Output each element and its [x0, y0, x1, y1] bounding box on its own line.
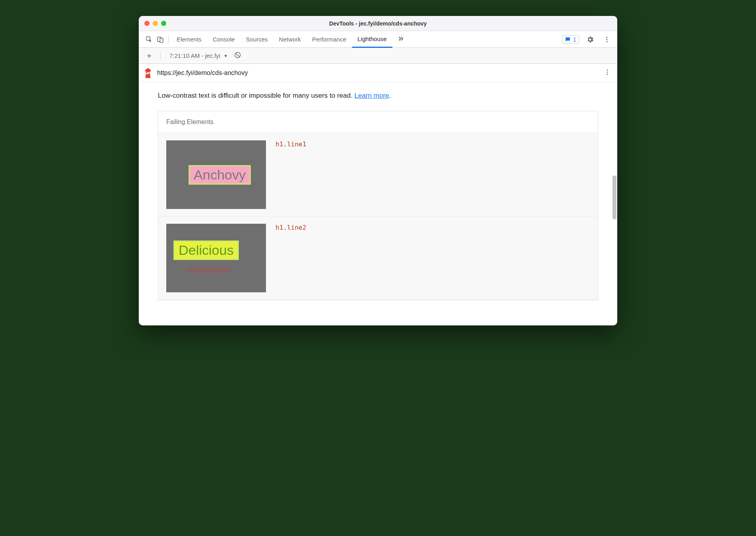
lighthouse-subbar: ＋ 7:21:10 AM - jec.fyi ▼: [139, 48, 617, 64]
devtools-window: DevTools - jec.fyi/demo/cds-anchovy Elem…: [139, 16, 617, 325]
lighthouse-icon: [144, 68, 152, 78]
tab-lighthouse[interactable]: Lighthouse: [352, 31, 392, 48]
chat-icon: [565, 36, 571, 43]
issues-count: 1: [573, 36, 576, 43]
audited-url: https://jec.fyi/demo/cds-anchovy: [157, 69, 597, 77]
scrollbar-thumb[interactable]: [612, 175, 616, 219]
learn-more-link[interactable]: Learn more: [354, 92, 389, 99]
chevron-down-icon: ▼: [224, 53, 228, 58]
description-suffix: .: [389, 92, 391, 99]
description-text: Low-contrast text is difficult or imposs…: [158, 92, 354, 99]
report-label: 7:21:10 AM - jec.fyi: [169, 52, 220, 59]
svg-point-9: [607, 71, 608, 73]
inspect-element-icon[interactable]: [144, 34, 155, 45]
tab-console[interactable]: Console: [207, 31, 240, 48]
failing-item[interactable]: Delicious h1.line2: [158, 217, 598, 300]
svg-rect-2: [160, 38, 163, 43]
clear-report-icon[interactable]: [234, 51, 241, 60]
divider: [160, 52, 161, 60]
svg-point-5: [606, 41, 608, 42]
thumb-highlight-text: Delicious: [173, 240, 239, 260]
failing-elements-section: Failing Elements Anchovy h1.line1 Delici…: [158, 111, 598, 300]
svg-line-7: [236, 53, 240, 57]
titlebar: DevTools - jec.fyi/demo/cds-anchovy: [139, 16, 617, 31]
element-thumbnail: Anchovy: [166, 140, 266, 209]
svg-point-4: [606, 39, 608, 40]
report-selector[interactable]: 7:21:10 AM - jec.fyi ▼: [166, 52, 231, 59]
settings-icon[interactable]: [585, 34, 596, 45]
element-selector: h1.line2: [276, 224, 306, 231]
thumb-faint-strip: [186, 267, 230, 273]
failing-item[interactable]: Anchovy h1.line1: [158, 133, 598, 217]
new-report-button[interactable]: ＋: [144, 50, 155, 61]
traffic-lights: [144, 21, 166, 26]
maximize-window-button[interactable]: [161, 21, 166, 26]
tab-sources[interactable]: Sources: [240, 31, 274, 48]
tab-performance[interactable]: Performance: [307, 31, 352, 48]
divider: [168, 35, 169, 43]
minimize-window-button[interactable]: [153, 21, 158, 26]
report-menu-icon[interactable]: [602, 67, 612, 79]
devtools-tabbar: Elements Console Sources Network Perform…: [139, 31, 617, 48]
tab-network[interactable]: Network: [274, 31, 307, 48]
element-selector: h1.line1: [276, 140, 306, 148]
thumb-highlight-text: Anchovy: [189, 165, 251, 185]
svg-point-3: [606, 37, 608, 38]
report-content: Low-contrast text is difficult or imposs…: [139, 82, 617, 325]
issues-badge[interactable]: 1: [562, 35, 579, 44]
window-title: DevTools - jec.fyi/demo/cds-anchovy: [329, 20, 427, 27]
audit-description: Low-contrast text is difficult or imposs…: [158, 92, 598, 100]
close-window-button[interactable]: [144, 21, 150, 26]
failing-elements-header: Failing Elements: [158, 111, 598, 133]
device-toolbar-icon[interactable]: [155, 34, 166, 45]
more-tabs-icon[interactable]: [394, 35, 408, 44]
report-url-bar: https://jec.fyi/demo/cds-anchovy: [139, 64, 617, 82]
kebab-menu-icon[interactable]: [601, 34, 612, 45]
svg-point-8: [607, 69, 608, 71]
tab-elements[interactable]: Elements: [171, 31, 207, 48]
element-thumbnail: Delicious: [166, 224, 266, 292]
svg-point-10: [607, 73, 608, 75]
